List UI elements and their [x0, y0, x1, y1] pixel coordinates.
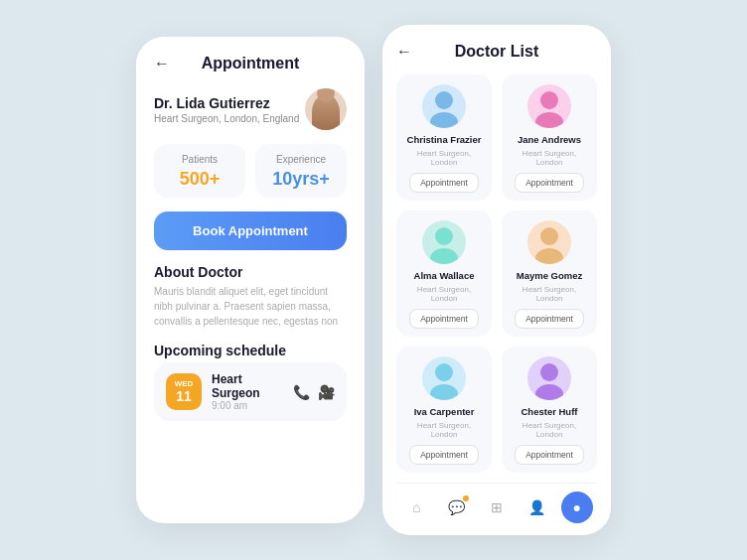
stats-row: Patients 500+ Experience 10yrs+ [154, 144, 347, 198]
doctor-specialty: Heart Surgeon, London [404, 149, 484, 167]
schedule-actions: 📞 🎥 [293, 384, 335, 400]
doctor-card[interactable]: Alma WallaceHeart Surgeon, LondonAppoint… [396, 210, 492, 337]
doctor-specialty: Heart Surgeon, London [404, 421, 484, 439]
about-section: About Doctor Mauris blandit aliquet elit… [154, 264, 347, 329]
right-back-button[interactable]: ← [396, 43, 412, 61]
doctor-avatar [527, 356, 571, 400]
doctor-specialty: Heart Surgeon, London [404, 285, 484, 303]
patients-stat: Patients 500+ [154, 144, 245, 198]
book-appointment-button[interactable]: Book Appointment [154, 211, 347, 250]
right-card-header: ← Doctor List [396, 43, 597, 61]
doctor-list-title: Doctor List [455, 43, 538, 61]
grid-nav[interactable]: ⊞ [481, 491, 513, 523]
schedule-name: Heart Surgeon [212, 372, 283, 400]
doctor-avatar [527, 220, 571, 264]
doctor-specialty: Heart Surgeon, London [510, 149, 589, 167]
doctor-text: Dr. Lida Gutierrez Heart Surgeon, London… [154, 95, 299, 124]
upcoming-title: Upcoming schedule [154, 343, 347, 358]
doctor-specialty: Heart Surgeon, London [510, 285, 589, 303]
svg-point-16 [540, 363, 558, 381]
chat-nav[interactable]: 💬 [441, 491, 473, 523]
schedule-num: 11 [174, 388, 194, 404]
upcoming-section: Upcoming schedule WED 11 Heart Surgeon 9… [154, 343, 347, 421]
schedule-time: 9:00 am [212, 400, 283, 411]
schedule-date: WED 11 [166, 373, 202, 410]
video-icon[interactable]: 🎥 [318, 384, 335, 400]
home-nav[interactable]: ⌂ [400, 491, 432, 523]
doctor-info: Dr. Lida Gutierrez Heart Surgeon, London… [154, 88, 347, 130]
doctor-card[interactable]: Chester HuffHeart Surgeon, LondonAppoint… [502, 347, 597, 473]
doctor-avatar [527, 84, 571, 128]
active-nav[interactable]: ● [561, 491, 593, 523]
svg-point-1 [435, 91, 453, 109]
svg-point-7 [435, 227, 453, 245]
appointment-button[interactable]: Appointment [515, 173, 584, 193]
doctor-name: Alma Wallace [414, 270, 475, 281]
patients-label: Patients [164, 154, 235, 165]
experience-value: 10yrs+ [265, 169, 337, 190]
doctor-card[interactable]: Mayme GomezHeart Surgeon, LondonAppointm… [502, 210, 597, 337]
back-button[interactable]: ← [154, 55, 170, 72]
page-title: Appointment [202, 55, 300, 72]
doctor-card[interactable]: Christina FrazierHeart Surgeon, LondonAp… [396, 74, 492, 201]
doctor-card[interactable]: Jane AndrewsHeart Surgeon, LondonAppoint… [502, 74, 597, 201]
doctor-avatar [422, 220, 466, 264]
doctor-list-card: ← Doctor List Christina FrazierHeart Sur… [382, 25, 611, 535]
doctor-name: Jane Andrews [518, 134, 581, 145]
phone-icon[interactable]: 📞 [293, 384, 310, 400]
schedule-item[interactable]: WED 11 Heart Surgeon 9:00 am 📞 🎥 [154, 362, 347, 421]
appointment-button[interactable]: Appointment [409, 173, 479, 193]
doctor-specialty: Heart Surgeon, London [510, 421, 589, 439]
schedule-info: Heart Surgeon 9:00 am [212, 372, 283, 411]
appointment-button[interactable]: Appointment [409, 309, 479, 329]
appointment-card: ← Appointment Dr. Lida Gutierrez Heart S… [136, 37, 365, 523]
doctor-name: Dr. Lida Gutierrez [154, 95, 299, 111]
doctor-avatar [422, 356, 466, 400]
patients-value: 500+ [164, 169, 235, 190]
doctor-name: Mayme Gomez [517, 270, 583, 281]
profile-nav[interactable]: 👤 [521, 491, 552, 523]
appointment-button[interactable]: Appointment [409, 445, 479, 465]
doctor-card[interactable]: Iva CarpenterHeart Surgeon, LondonAppoin… [396, 347, 492, 473]
doctor-name: Chester Huff [521, 406, 577, 417]
doctor-avatar [305, 88, 347, 130]
about-body: Mauris blandit aliquet elit, eget tincid… [154, 284, 347, 329]
doctor-name: Christina Frazier [407, 134, 482, 145]
doctor-avatar [422, 84, 466, 128]
bottom-nav: ⌂ 💬 ⊞ 👤 ● [396, 483, 597, 523]
schedule-day: WED [174, 379, 194, 388]
svg-point-10 [540, 227, 558, 245]
doctor-grid: Christina FrazierHeart Surgeon, LondonAp… [396, 74, 597, 473]
card-header: ← Appointment [154, 55, 347, 72]
appointment-button[interactable]: Appointment [515, 309, 584, 329]
experience-label: Experience [265, 154, 337, 165]
avatar-figure [312, 94, 340, 130]
svg-point-4 [540, 91, 558, 109]
experience-stat: Experience 10yrs+ [255, 144, 347, 198]
doctor-name: Iva Carpenter [414, 406, 475, 417]
doctor-specialty: Heart Surgeon, London, England [154, 113, 299, 124]
about-title: About Doctor [154, 264, 347, 280]
svg-point-13 [435, 363, 453, 381]
appointment-button[interactable]: Appointment [515, 445, 584, 465]
